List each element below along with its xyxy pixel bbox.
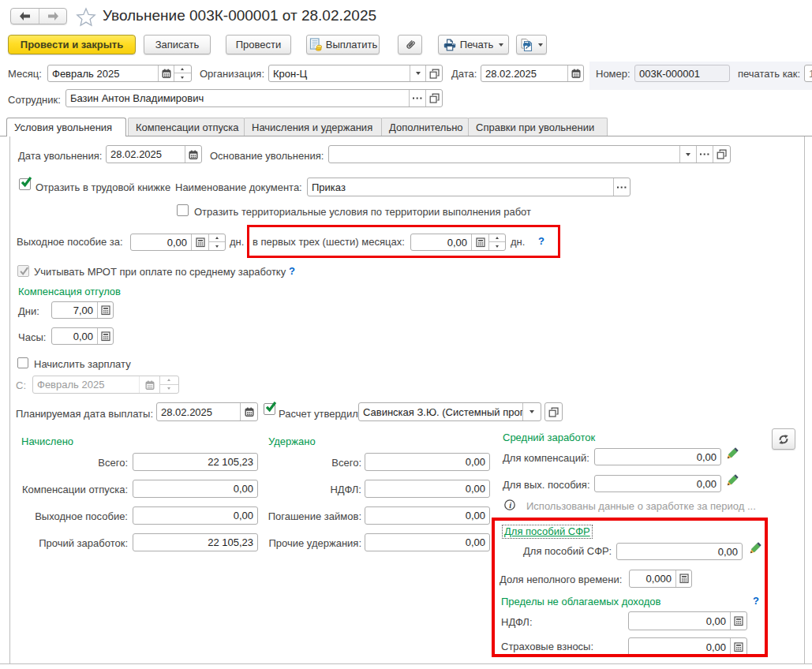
svg-text:i: i xyxy=(509,501,511,510)
